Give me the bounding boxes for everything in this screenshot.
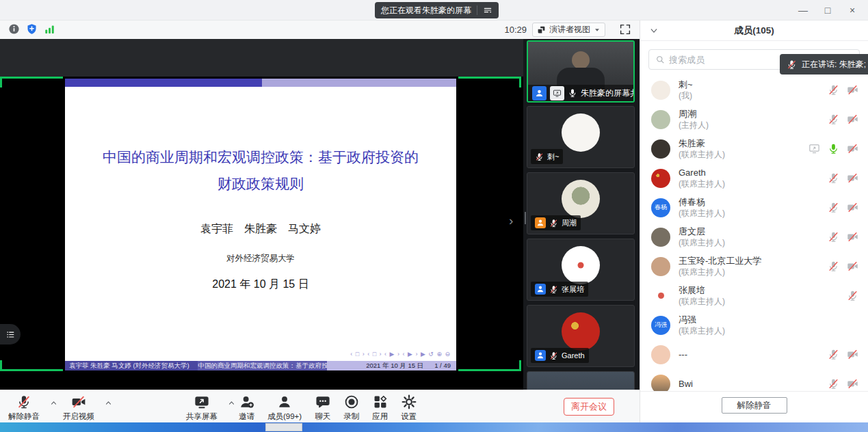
member-role: (联席主持人) xyxy=(679,150,725,160)
member-row[interactable]: 张展培 (联席主持人) xyxy=(640,281,868,310)
network-signal-icon[interactable] xyxy=(44,23,55,35)
mic-muted-icon xyxy=(549,285,558,294)
security-shield-icon[interactable] xyxy=(26,23,38,35)
thumbnail-participant[interactable]: 刺~ xyxy=(527,106,635,168)
chat-button[interactable]: 聊天 xyxy=(315,394,330,422)
video-options-chevron[interactable] xyxy=(105,399,112,407)
thumbnail-label: 周潮 xyxy=(531,215,581,230)
member-name: 冯强 xyxy=(679,314,725,325)
thumbnail-sharing-speaker[interactable]: 朱胜豪的屏幕共享 xyxy=(527,40,635,103)
member-role: (联席主持人) xyxy=(679,326,725,336)
member-name: 朱胜豪 xyxy=(679,138,725,149)
mic-muted-icon xyxy=(828,231,839,243)
maximize-button[interactable]: □ xyxy=(819,1,837,19)
fullscreen-button[interactable] xyxy=(619,23,631,36)
settings-button[interactable]: 设置 xyxy=(401,394,417,422)
thumbnail-participant[interactable]: 张展培 xyxy=(527,239,635,301)
meeting-info-icon[interactable] xyxy=(8,23,20,35)
annotation-tools-pill[interactable] xyxy=(0,324,21,345)
view-mode-selector[interactable]: 演讲者视图 xyxy=(532,23,605,37)
unmute-button[interactable]: 解除静音 xyxy=(8,394,48,422)
members-panel-header: 成员(105) xyxy=(640,21,868,41)
watching-screen-banner: 您正在观看朱胜豪的屏幕 xyxy=(375,2,499,18)
mic-muted-icon xyxy=(549,219,558,228)
avatar xyxy=(651,345,670,364)
slide-header-segment-dark xyxy=(65,79,262,87)
member-row[interactable]: 刺~ (我) xyxy=(640,75,868,105)
member-role: (联席主持人) xyxy=(679,267,761,278)
member-row[interactable]: --- xyxy=(640,340,868,369)
camera-off-icon xyxy=(847,260,858,272)
members-icon xyxy=(277,394,292,409)
minimize-button[interactable]: — xyxy=(794,1,812,19)
share-screen-button[interactable]: 共享屏幕 xyxy=(186,394,226,422)
thumbnail-participant[interactable]: Gareth xyxy=(527,305,635,367)
panel-unmute-button[interactable]: 解除静音 xyxy=(722,397,787,414)
member-row[interactable]: 春杨 傅春杨 (联席主持人) xyxy=(640,193,868,222)
slide-institution: 对外经济贸易大学 xyxy=(65,253,456,265)
mic-muted-icon xyxy=(828,349,839,360)
member-name: 唐文层 xyxy=(679,226,725,237)
member-row[interactable]: Bwi xyxy=(640,369,868,391)
thumbnail-participant[interactable]: 周潮 xyxy=(527,172,635,234)
mic-muted-icon xyxy=(535,152,544,161)
member-row[interactable]: 王宝玲-北京工业大学 (联席主持人) xyxy=(640,252,868,281)
slide-title: 中国的商业周期和宏观调控政策：基于政府投资的 财政政策规则 xyxy=(72,144,449,198)
thumbnail-label: 刺~ xyxy=(531,149,563,164)
camera-off-icon xyxy=(847,172,858,184)
share-options-chevron[interactable] xyxy=(228,399,235,407)
apps-button[interactable]: 应用 xyxy=(372,394,388,422)
mic-muted-icon xyxy=(16,394,31,409)
cohost-badge xyxy=(532,86,547,100)
footer-date: 2021 年 10 月 15 日 xyxy=(366,361,423,370)
member-row[interactable]: 周潮 (主持人) xyxy=(640,105,868,134)
member-row[interactable]: 唐文层 (联席主持人) xyxy=(640,222,868,252)
slide-footer-bar: 袁宇菲 朱胜豪 马文婷 (对外经济贸易大学) 中国的商业周期和宏观调控政策：基于… xyxy=(65,361,456,370)
avatar xyxy=(651,169,670,188)
avatar xyxy=(562,180,600,218)
footer-authors: 袁宇菲 朱胜豪 马文婷 (对外经济贸易大学) xyxy=(65,361,198,370)
invite-person-icon xyxy=(239,394,254,409)
camera-off-icon xyxy=(847,349,858,360)
members-button[interactable]: 成员(99+) xyxy=(267,394,302,422)
toolbar-center-group: 共享屏幕 邀请 成员(99+) 聊天 录制 应用 xyxy=(186,394,417,422)
expand-panel-arrow[interactable]: › xyxy=(509,214,513,227)
record-icon xyxy=(344,394,359,409)
share-border xyxy=(458,360,521,371)
member-row[interactable]: 朱胜豪 (联席主持人) xyxy=(640,134,868,163)
mic-muted-icon xyxy=(847,290,858,301)
close-button[interactable]: × xyxy=(843,1,861,19)
invite-button[interactable]: 邀请 xyxy=(239,394,254,422)
annotation-list-icon xyxy=(5,329,16,340)
leave-meeting-button[interactable]: 离开会议 xyxy=(564,398,614,416)
chat-icon xyxy=(315,394,330,409)
meeting-clock: 10:29 xyxy=(504,25,527,35)
thumbnail-name: 张展培 xyxy=(562,284,584,295)
camera-off-icon xyxy=(71,394,86,409)
member-row[interactable]: 冯强 冯强 (联席主持人) xyxy=(640,310,868,340)
thumbnail-participant-partial[interactable] xyxy=(527,371,635,390)
record-button[interactable]: 录制 xyxy=(343,394,359,422)
slide-authors: 袁宇菲 朱胜豪 马文婷 xyxy=(65,222,456,237)
mic-on-icon xyxy=(568,88,577,98)
avatar: 冯强 xyxy=(651,316,670,335)
member-row[interactable]: Gareth (联席主持人) xyxy=(640,163,868,193)
avatar xyxy=(562,246,600,284)
camera-off-icon xyxy=(847,231,858,243)
member-role: (主持人) xyxy=(679,120,709,131)
slide-date: 2021 年 10 月 15 日 xyxy=(65,278,456,292)
members-panel: 成员(105) 正在讲话: 朱胜豪; 刺~ (我) xyxy=(640,21,868,422)
screen-share-badge xyxy=(550,86,564,100)
banner-menu-icon[interactable] xyxy=(483,5,492,15)
mic-options-chevron[interactable] xyxy=(50,399,57,407)
avatar xyxy=(651,375,670,392)
avatar xyxy=(651,257,670,276)
share-screen-icon xyxy=(194,394,209,409)
start-video-button[interactable]: 开启视频 xyxy=(63,394,103,422)
search-icon xyxy=(655,55,665,64)
slide-title-line2: 财政政策规则 xyxy=(72,171,449,198)
share-border xyxy=(0,360,63,371)
share-border xyxy=(0,77,63,87)
cohost-badge xyxy=(535,284,546,295)
member-role: (联席主持人) xyxy=(679,208,725,219)
